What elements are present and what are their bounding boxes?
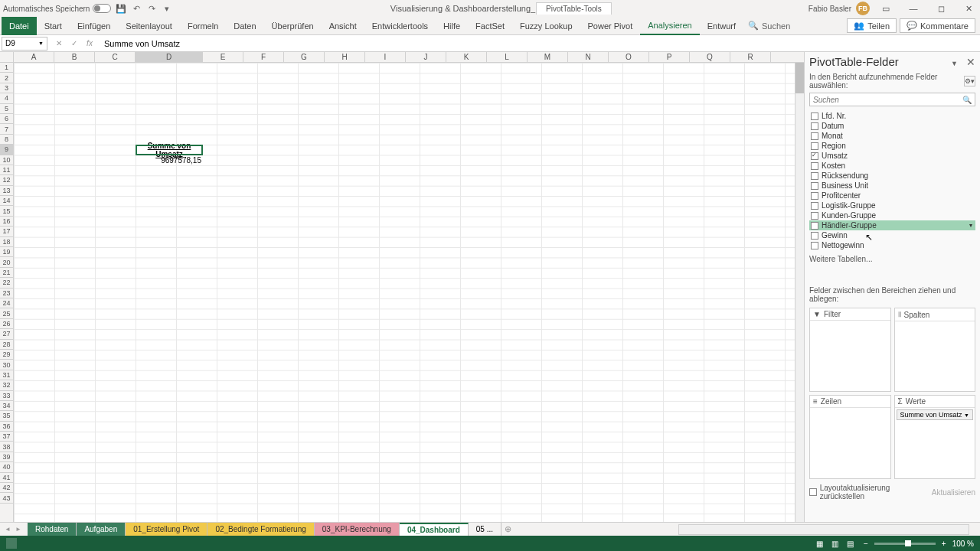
row-header-21[interactable]: 21 — [0, 268, 13, 278]
comments-button[interactable]: 💬 Kommentare — [900, 18, 975, 33]
row-header-32[interactable]: 32 — [0, 380, 13, 390]
col-header-q[interactable]: Q — [690, 52, 730, 62]
row-header-5[interactable]: 5 — [0, 104, 13, 114]
row-header-4[interactable]: 4 — [0, 93, 13, 103]
field-item-region[interactable]: Region — [809, 141, 975, 151]
row-header-17[interactable]: 17 — [0, 227, 13, 236]
row-header-29[interactable]: 29 — [0, 350, 13, 360]
tab-start[interactable]: Start — [37, 17, 70, 35]
row-header-40[interactable]: 40 — [0, 462, 13, 472]
col-header-d[interactable]: D — [136, 52, 203, 62]
context-tab-pivottable-tools[interactable]: PivotTable-Tools — [536, 2, 612, 15]
zoom-slider[interactable] — [874, 543, 936, 545]
field-item-profitcenter[interactable]: Profitcenter — [809, 191, 975, 201]
col-header-f[interactable]: F — [243, 52, 284, 62]
field-item-gewinn[interactable]: Gewinn — [809, 230, 975, 240]
share-button[interactable]: 👥 Teilen — [847, 18, 897, 33]
chevron-down-icon[interactable]: ▼ — [951, 60, 958, 67]
col-header-h[interactable]: H — [325, 52, 365, 62]
row-header-35[interactable]: 35 — [0, 411, 13, 421]
tab-formeln[interactable]: Formeln — [180, 17, 226, 35]
normal-view-icon[interactable]: ▦ — [813, 538, 827, 549]
col-header-e[interactable]: E — [203, 52, 243, 62]
sheet-tab-aufgaben[interactable]: Aufgaben — [77, 523, 126, 536]
tab-entwurf[interactable]: Entwurf — [700, 17, 743, 35]
field-item-umsatz[interactable]: Umsatz — [809, 151, 975, 161]
row-header-27[interactable]: 27 — [0, 329, 13, 339]
horizontal-scrollbar[interactable] — [678, 524, 969, 535]
zoom-out-icon[interactable]: − — [864, 540, 868, 548]
search-icon[interactable]: 🔍 — [748, 21, 759, 31]
tab-nav-prev-icon[interactable]: ◄ — [3, 525, 12, 534]
row-header-3[interactable]: 3 — [0, 83, 13, 93]
tab-power-pivot[interactable]: Power Pivot — [580, 17, 641, 35]
row-header-6[interactable]: 6 — [0, 114, 13, 124]
sheet-tab-rohdaten[interactable]: Rohdaten — [28, 523, 77, 536]
field-item-h-ndler-gruppe[interactable]: Händler-Gruppe — [809, 220, 975, 230]
tab-fuzzy-lookup[interactable]: Fuzzy Lookup — [512, 17, 580, 35]
minimize-icon[interactable]: — — [902, 0, 925, 17]
tab-analysieren[interactable]: Analysieren — [640, 17, 699, 35]
search-label[interactable]: Suchen — [762, 21, 790, 31]
row-header-38[interactable]: 38 — [0, 442, 13, 452]
col-header-m[interactable]: M — [528, 52, 568, 62]
area-columns[interactable]: ⦀Spalten — [894, 308, 976, 392]
row-header-36[interactable]: 36 — [0, 422, 13, 432]
row-header-43[interactable]: 43 — [0, 493, 13, 503]
cell-grid[interactable]: Summe von Umsatz 9697578,15 — [14, 63, 804, 522]
row-header-22[interactable]: 22 — [0, 278, 13, 288]
sheet-tab-01-pivot[interactable]: 01_Erstellung Pivot — [126, 523, 207, 536]
select-all-corner[interactable] — [0, 52, 14, 62]
field-item-datum[interactable]: Datum — [809, 121, 975, 131]
row-header-26[interactable]: 26 — [0, 319, 13, 329]
col-header-l[interactable]: L — [487, 52, 528, 62]
tab-nav-next-icon[interactable]: ► — [14, 525, 23, 534]
area-rows[interactable]: ≡Zeilen — [809, 395, 891, 479]
values-item-umsatz[interactable]: Summe von Umsatz ▼ — [897, 409, 974, 420]
row-header-11[interactable]: 11 — [0, 165, 13, 175]
row-header-28[interactable]: 28 — [0, 340, 13, 350]
update-button[interactable]: Aktualisieren — [932, 488, 975, 497]
row-header-15[interactable]: 15 — [0, 206, 13, 216]
cell-d10[interactable]: 9697578,15 — [136, 155, 203, 165]
tab-entwicklertools[interactable]: Entwicklertools — [364, 17, 436, 35]
row-header-9[interactable]: 9 — [0, 145, 13, 155]
vertical-scrollbar[interactable] — [795, 63, 804, 522]
cancel-formula-icon[interactable]: ✕ — [52, 37, 66, 51]
col-header-j[interactable]: J — [406, 52, 446, 62]
record-macro-icon[interactable] — [6, 538, 17, 549]
col-header-r[interactable]: R — [730, 52, 771, 62]
autosave-toggle[interactable]: Automatisches Speichern — [3, 4, 111, 13]
field-item-r-cksendung[interactable]: Rücksendung — [809, 171, 975, 181]
ribbon-display-icon[interactable]: ▭ — [874, 0, 897, 17]
row-header-37[interactable]: 37 — [0, 432, 13, 442]
field-item-lfd--nr-[interactable]: Lfd. Nr. — [809, 111, 975, 121]
field-search-box[interactable]: 🔍 — [809, 93, 975, 106]
customize-qat-icon[interactable]: ▾ — [162, 3, 172, 14]
close-icon[interactable]: ✕ — [957, 0, 980, 17]
enter-formula-icon[interactable]: ✓ — [67, 37, 81, 51]
col-header-i[interactable]: I — [365, 52, 406, 62]
field-item-monat[interactable]: Monat — [809, 131, 975, 141]
tab-datei[interactable]: Datei — [2, 17, 37, 35]
sheet-tab-04-dashboard[interactable]: 04_Dashboard — [400, 523, 469, 536]
tab-einfuegen[interactable]: Einfügen — [70, 17, 118, 35]
maximize-icon[interactable]: ◻ — [929, 0, 952, 17]
row-header-10[interactable]: 10 — [0, 155, 13, 165]
sheet-tab-03-kpi[interactable]: 03_KPI-Berechnung — [315, 523, 400, 536]
row-header-1[interactable]: 1 — [0, 63, 13, 73]
col-header-g[interactable]: G — [284, 52, 325, 62]
row-header-12[interactable]: 12 — [0, 175, 13, 185]
sheet-tab-05[interactable]: 05 ... — [469, 523, 501, 536]
toggle-switch-icon[interactable] — [93, 4, 111, 13]
zoom-level[interactable]: 100 % — [952, 540, 974, 548]
col-header-o[interactable]: O — [609, 52, 649, 62]
row-header-34[interactable]: 34 — [0, 401, 13, 411]
undo-icon[interactable]: ↶ — [131, 3, 142, 14]
page-break-view-icon[interactable]: ▤ — [844, 538, 858, 549]
col-header-a[interactable]: A — [14, 52, 54, 62]
more-tables-link[interactable]: Weitere Tabellen... — [809, 255, 975, 263]
tab-ansicht[interactable]: Ansicht — [322, 17, 364, 35]
field-item-kunden-gruppe[interactable]: Kunden-Gruppe — [809, 210, 975, 220]
field-item-logistik-gruppe[interactable]: Logistik-Gruppe — [809, 201, 975, 210]
